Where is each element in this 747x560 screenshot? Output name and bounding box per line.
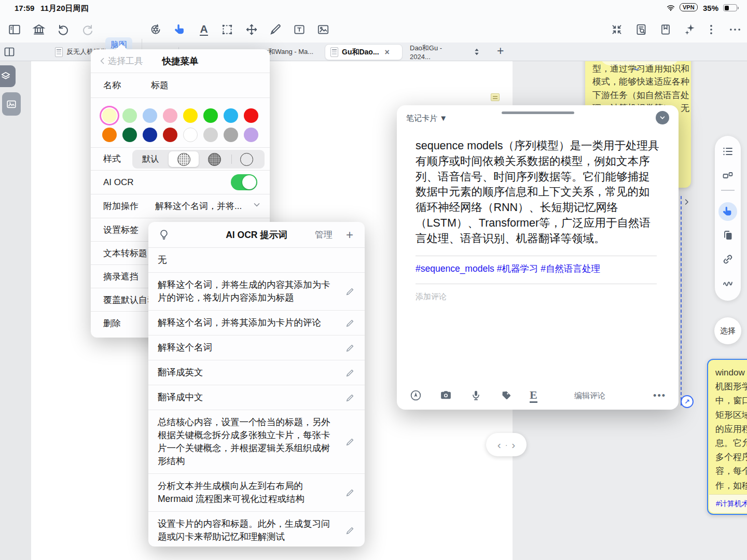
back-to-tool-select[interactable]: 选择工具 (98, 55, 143, 67)
tab-sort-icon[interactable] (471, 46, 482, 58)
style-default-option[interactable]: 默认 (132, 154, 169, 165)
pen-tool-icon[interactable] (268, 22, 283, 37)
color-swatch[interactable] (244, 128, 258, 142)
bookmark-icon[interactable] (658, 22, 673, 37)
add-prompt-icon[interactable]: + (346, 228, 353, 242)
note-card-popup[interactable]: 笔记卡片 ▼ sequence models（序列模型）是一类用于处理具有顺序或… (397, 105, 679, 410)
note-card-type-dropdown[interactable]: 笔记卡片 ▼ (406, 114, 447, 123)
tab-gu-dao-doc-active[interactable]: Gu和Dao... × (325, 44, 403, 60)
note-tag[interactable]: #计算机术 (716, 499, 747, 509)
color-swatch[interactable] (163, 128, 177, 142)
extra-action-row[interactable]: 附加操作 解释这个名词，并将... (91, 194, 270, 218)
color-swatch[interactable] (163, 108, 177, 123)
tab-dao-gu-doc[interactable]: Dao和Gu - 2024... (405, 43, 468, 61)
ai-sparkles-icon[interactable] (683, 22, 697, 37)
style-outline-option[interactable] (240, 153, 253, 166)
more-menu-icon[interactable] (728, 22, 742, 37)
color-swatch[interactable] (102, 128, 117, 142)
collapse-card-icon[interactable] (656, 111, 669, 124)
collapse-fullscreen-icon[interactable] (610, 22, 624, 37)
split-view-icon[interactable] (3, 46, 16, 58)
color-swatch[interactable] (122, 128, 137, 142)
outline-list-icon[interactable] (722, 145, 734, 158)
name-row[interactable]: 名称 标题 (91, 73, 270, 98)
prompt-item[interactable]: 翻译成英文 (148, 360, 365, 385)
hand-select-tool-icon[interactable] (173, 22, 187, 37)
style-dotted-option-selected[interactable] (169, 151, 199, 167)
drag-handle[interactable] (502, 111, 574, 114)
color-swatch[interactable] (224, 108, 238, 123)
cards-layout-icon[interactable] (722, 169, 734, 181)
edit-prompt-icon[interactable] (345, 286, 355, 297)
color-swatch[interactable] (183, 108, 198, 123)
color-swatch-selected[interactable] (102, 108, 117, 123)
draw-markup-icon[interactable] (409, 389, 423, 402)
note-card-body[interactable]: sequence models（序列模型）是一类用于处理具有顺序或时间依赖关系数… (416, 138, 659, 247)
edit-prompt-icon[interactable] (345, 368, 355, 378)
text-box-tool-icon[interactable] (292, 22, 307, 37)
prompt-item[interactable]: 总结核心内容，设置一个恰当的标题，另外根据关键概念拆分成多张独立卡片，每张卡片一… (148, 410, 365, 474)
prompt-item[interactable]: 分析文本并生成横向从左到右布局的 Mermaid 流程图来可视化过程或结构 (148, 474, 365, 512)
sidebar-toggle-icon[interactable] (7, 22, 22, 37)
prompt-item[interactable]: 翻译成中文 (148, 385, 365, 410)
color-swatch[interactable] (143, 108, 157, 123)
hand-select-tool-icon[interactable] (722, 205, 734, 218)
scribble-icon[interactable] (722, 277, 734, 289)
image-ocr-button[interactable] (2, 92, 21, 116)
color-swatch[interactable] (244, 108, 258, 123)
chevron-right-icon[interactable] (683, 198, 690, 208)
image-tool-icon[interactable] (316, 22, 330, 37)
camera-icon[interactable] (439, 389, 453, 402)
new-tab-icon[interactable]: + (497, 44, 504, 58)
edit-prompt-icon[interactable] (345, 487, 355, 498)
ai-ocr-toggle-on[interactable] (231, 174, 257, 190)
prompt-item[interactable]: 解释这个名词 (148, 335, 365, 360)
move-tool-icon[interactable] (244, 22, 259, 37)
highlight-text-icon[interactable]: A (197, 22, 211, 37)
style-row: 样式 默认 (91, 148, 270, 171)
add-comment-placeholder[interactable]: 添加评论 (416, 292, 447, 302)
inline-comment-marker-icon[interactable] (491, 93, 500, 101)
rect-select-icon[interactable] (220, 22, 234, 37)
link-icon[interactable] (722, 253, 734, 265)
select-mode-button[interactable]: 选择 (714, 317, 741, 344)
prompt-item[interactable]: 解释这个名词，并将生成的内容其添加为卡片的评论，将划片内容添加为标题 (148, 273, 365, 311)
prompt-item[interactable]: 设置卡片的内容和标题。此外，生成复习问题或闪卡来帮助记忆和理解测试 (148, 512, 365, 547)
prev-page-icon[interactable]: ‹ (497, 439, 501, 451)
color-swatch[interactable] (183, 128, 198, 142)
auto-sync-settings-icon[interactable] (148, 22, 163, 37)
library-icon[interactable] (32, 22, 46, 37)
close-tab-icon[interactable]: × (385, 48, 390, 57)
prompt-item-none[interactable]: 无 (148, 248, 365, 273)
document-search-icon[interactable] (634, 22, 648, 37)
copy-excerpt-icon[interactable] (722, 229, 734, 242)
color-swatch[interactable] (224, 128, 238, 142)
prompt-item[interactable]: 解释这个名词，并将其添加为卡片的评论 (148, 311, 365, 335)
battery-percent: 35% (703, 4, 718, 12)
next-page-icon[interactable]: › (511, 439, 515, 451)
style-dense-dotted-option[interactable] (208, 153, 221, 166)
undo-icon[interactable] (56, 22, 71, 37)
edit-prompt-icon[interactable] (345, 343, 355, 353)
tag-icon[interactable] (500, 389, 513, 402)
edit-prompt-icon[interactable] (345, 393, 355, 403)
edit-prompt-icon[interactable] (345, 318, 355, 328)
kebab-menu-icon[interactable] (704, 22, 718, 37)
selection-rotate-handle[interactable]: ↗ (681, 395, 694, 408)
manage-prompts-button[interactable]: 管理 (315, 229, 333, 241)
card-more-icon[interactable]: ••• (653, 390, 666, 401)
microphone-icon[interactable] (469, 389, 483, 402)
color-swatch[interactable] (143, 128, 157, 142)
color-swatch[interactable] (122, 108, 137, 123)
note-card-tags[interactable]: #sequence_models #机器学习 #自然语言处理 (416, 262, 600, 275)
chevron-down-icon[interactable] (632, 64, 641, 76)
redo-icon[interactable] (80, 22, 95, 37)
color-swatch[interactable] (203, 108, 218, 123)
edit-prompt-icon[interactable] (345, 437, 355, 447)
layers-panel-button[interactable] (0, 65, 16, 87)
color-swatch[interactable] (203, 128, 218, 142)
rich-editor-icon[interactable]: E (530, 389, 543, 402)
edit-prompt-icon[interactable] (345, 525, 355, 536)
sticky-note-window-term[interactable]: window 机图形学 中，窗口 矩形区域 的应用程 息。它允 多个程序 容，每… (707, 359, 747, 515)
edit-comment-button[interactable]: 编辑评论 (574, 391, 605, 401)
